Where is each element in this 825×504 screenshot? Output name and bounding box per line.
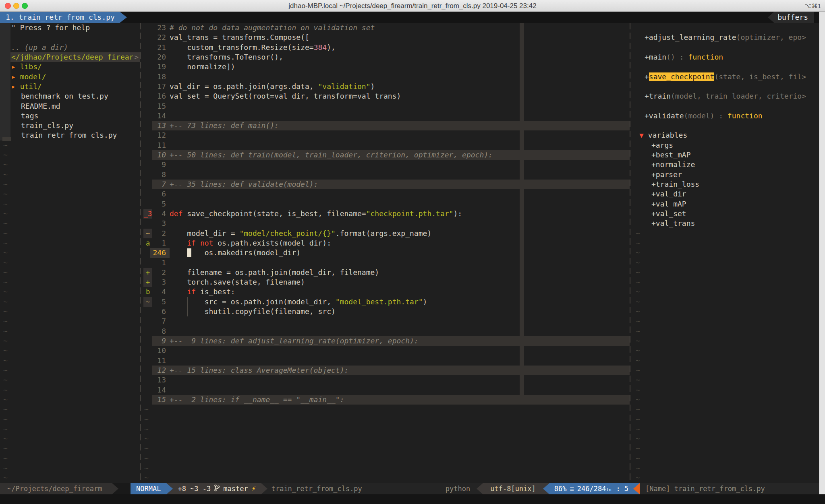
tagbar-tag-item[interactable]: +val_set <box>635 209 819 219</box>
tagbar-tag-item[interactable]: +train_loss <box>635 180 819 189</box>
tree-dir-item[interactable]: ▸ model/ <box>0 72 140 82</box>
code-line[interactable]: 12 <box>143 130 630 140</box>
folded-code-line[interactable]: 15+-- 2 lines: if __name__ == "__main__"… <box>143 395 630 405</box>
line-number: 14 <box>152 111 170 121</box>
empty-line-tilde: ~ <box>635 385 819 395</box>
tagbar-tag-item[interactable]: +validate(model) : function <box>635 111 819 121</box>
tagbar-tag-item[interactable]: +val_trans <box>635 219 819 228</box>
tagbar-tag-item[interactable]: +val_dir <box>635 189 819 199</box>
gutter-sign: ~ <box>143 297 152 307</box>
code-line[interactable]: 9 <box>143 160 630 169</box>
empty-line-tilde: ~ <box>143 463 630 473</box>
code-line[interactable]: 3 <box>143 219 630 228</box>
folded-code-line[interactable]: 7+-- 35 lines: def validate(model): <box>143 180 630 189</box>
line-number: 7 <box>152 316 170 326</box>
code-line[interactable]: 8 <box>143 326 630 336</box>
code-line[interactable]: 11 <box>143 356 630 366</box>
code-line[interactable]: 22val_trans = transforms.Compose([ <box>143 33 630 42</box>
tree-dir-item[interactable]: ▸ libs/ <box>0 62 140 72</box>
code-line[interactable]: a1 if not os.path.exists(model_dir): <box>143 238 630 248</box>
code-line[interactable]: 21 custom_transform.Resize(size=384), <box>143 43 630 52</box>
tagbar-tag-item[interactable]: +parser <box>635 170 819 180</box>
code-line[interactable]: 17val_dir = os.path.join(args.data, "val… <box>143 82 630 91</box>
empty-line-tilde: ~ <box>0 385 140 395</box>
code-line[interactable]: 15 <box>143 101 630 111</box>
tree-root-item[interactable]: </jdhao/Projects/deep_firear> <box>0 52 140 62</box>
code-line[interactable]: 10 <box>143 346 630 355</box>
tagbar-blank-row <box>635 43 819 52</box>
code-line[interactable]: 14 <box>143 111 630 121</box>
line-number: 8 <box>152 170 170 180</box>
folded-code-line[interactable]: 9+-- 9 lines: def adjust_learning_rate(o… <box>143 336 630 346</box>
tagbar-tag-item[interactable]: +normalize <box>635 160 819 169</box>
tagbar-tag-item[interactable]: +best_mAP <box>635 150 819 160</box>
code-line[interactable]: 23# do not do data augmentation on valid… <box>143 23 630 33</box>
code-line[interactable]: _34def save_checkpoint(state, is_best, f… <box>143 209 630 219</box>
code-line[interactable]: 19 normalize]) <box>143 62 630 72</box>
folded-code-line[interactable]: 12+-- 15 lines: class AverageMeter(objec… <box>143 366 630 375</box>
statusline-filetype: python <box>446 483 477 494</box>
code-line[interactable]: 246 os.makedirs(model_dir) <box>143 248 630 258</box>
code-line[interactable]: 7 <box>143 316 630 326</box>
code-line[interactable]: b4 if is_best: <box>143 287 630 297</box>
tab-train-retr-from-cls[interactable]: 1. train_retr_from_cls.py <box>0 12 127 23</box>
code-editor[interactable]: 23# do not do data augmentation on valid… <box>143 23 630 483</box>
line-number: 9 <box>152 160 170 169</box>
window-separator-left[interactable] <box>140 23 141 483</box>
empty-line-tilde: ~ <box>143 424 630 434</box>
window-separator-right[interactable] <box>630 23 630 483</box>
tagbar-section-header[interactable]: ▼ variables <box>635 130 819 140</box>
powerline-arrow-icon <box>112 483 118 494</box>
code-line[interactable]: 18 <box>143 72 630 82</box>
tagbar-tag-item[interactable]: +val_mAP <box>635 199 819 209</box>
code-line[interactable]: 8 <box>143 170 630 180</box>
indent-guide <box>187 297 188 307</box>
empty-line-tilde: ~ <box>0 424 140 434</box>
tagbar-tag-item[interactable]: +save_checkpoint(state, is_best, fil> <box>635 72 819 82</box>
titlebar[interactable]: jdhao-MBP.local ~/Projects/deep_firearm/… <box>0 0 825 12</box>
empty-line-tilde: ~ <box>635 238 819 248</box>
tree-file-item[interactable]: benchmark_on_test.py <box>0 91 140 101</box>
tree-file-item[interactable]: train_cls.py <box>0 121 140 130</box>
empty-line-tilde: ~ <box>0 238 140 248</box>
tagbar-tag-item[interactable]: +train(model, train_loader, criterio> <box>635 91 819 101</box>
tagbar-tag-item[interactable]: +adjust_learning_rate(optimizer, epo> <box>635 33 819 42</box>
tagbar-tag-item[interactable]: +main() : function <box>635 52 819 62</box>
folded-code-line[interactable]: 10+-- 50 lines: def train(model, train_l… <box>143 150 630 160</box>
tagbar-tag-item[interactable]: +args <box>635 140 819 150</box>
code-line[interactable]: 11 <box>143 140 630 150</box>
empty-line-tilde: ~ <box>0 258 140 268</box>
tree-file-item[interactable]: tags <box>0 111 140 121</box>
folded-code-line[interactable]: 13+-- 73 lines: def main(): <box>143 121 630 130</box>
code-line[interactable]: 1 <box>143 258 630 268</box>
code-line[interactable]: 20 transforms.ToTensor(), <box>143 52 630 62</box>
code-line[interactable]: 6 <box>143 189 630 199</box>
editor-scrollbar[interactable] <box>819 12 825 504</box>
tagbar-statusline: [Name] train_retr_from_cls.py <box>640 483 819 494</box>
line-number: 6 <box>152 307 170 316</box>
powerline-arrow-icon <box>543 483 549 494</box>
code-line[interactable]: 13 <box>143 375 630 385</box>
empty-line-tilde: ~ <box>635 277 819 287</box>
tree-file-item[interactable]: train_retr_from_cls.py <box>0 130 140 140</box>
code-line[interactable]: ~2 model_dir = "model/check_point/{}".fo… <box>143 229 630 238</box>
code-line[interactable]: +3 torch.save(state, filename) <box>143 277 630 287</box>
code-line[interactable]: 5 <box>143 199 630 209</box>
code-line[interactable]: 16val_set = QuerySet(root=val_dir, trans… <box>143 91 630 101</box>
code-line[interactable]: 6 shutil.copyfile(filename, src) <box>143 307 630 316</box>
code-line[interactable]: 14 <box>143 385 630 395</box>
empty-line-tilde: ~ <box>635 444 819 453</box>
code-line[interactable]: +2 filename = os.path.join(model_dir, fi… <box>143 268 630 277</box>
tree-file-item[interactable]: README.md <box>0 101 140 111</box>
tagbar-blank-row <box>635 23 819 33</box>
empty-line-tilde: ~ <box>635 424 819 434</box>
lightning-bolt-icon: ⚡ <box>251 485 256 493</box>
buffers-switcher[interactable]: buffers <box>768 12 814 23</box>
line-number: 2 <box>152 268 170 277</box>
gutter-sign: b <box>143 287 152 297</box>
command-line[interactable] <box>0 494 825 504</box>
line-number: 6 <box>152 189 170 199</box>
nerdtree-scrollbar[interactable] <box>0 23 10 140</box>
tree-dir-item[interactable]: ▸ util/ <box>0 82 140 91</box>
code-line[interactable]: ~5 src = os.path.join(model_dir, "model_… <box>143 297 630 307</box>
